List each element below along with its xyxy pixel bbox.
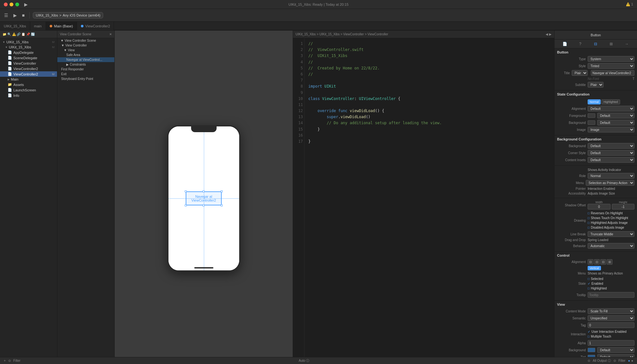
font-edit-icon[interactable]: T [633,77,634,81]
handle-br[interactable] [221,204,223,206]
view-bg-swatch[interactable] [588,348,595,352]
nav-item-viewcontroller[interactable]: 📄 ViewController [0,61,57,66]
align-fill-btn[interactable]: ⊞ [607,259,612,265]
run-button[interactable]: ▶ [12,12,18,19]
align-center-btn[interactable]: ⊟ [594,259,600,265]
scene-item-vc[interactable]: ▼ View Controller [57,43,114,48]
run-icon[interactable]: ▶ [24,2,28,7]
scene-item-safearea[interactable]: Safe Area [57,53,114,57]
view-section: View Content Mode Scale To Fill Semantic… [555,301,637,364]
corner-style-select[interactable]: Default [588,150,634,156]
handle-tc[interactable] [203,190,204,192]
nav-item-vc2[interactable]: 📄 ViewController2 [0,66,57,71]
scene-nav-close-icon[interactable]: ✕ [109,32,112,36]
behavior-select[interactable]: Automatic [588,243,634,249]
filter-status-icon[interactable]: ⊙ [8,359,11,362]
nav-item-group[interactable]: ▼ UIKit_15_Xibs M [0,45,57,50]
navegar-button[interactable]: Navegar al ViewController2 [186,191,222,205]
nav-item-main[interactable]: ▶ Main [0,77,57,82]
attributes-inspector-icon[interactable]: ⊟ [592,40,599,47]
status-icon-1[interactable]: ● [628,359,630,362]
alignment-select[interactable]: Default [588,106,634,111]
nav-item-label: UIKit_15_Xibs [6,40,29,44]
scheme-selector[interactable]: UIKit_15_Xibs > Any iOS Device (arm64) [33,12,103,18]
minimize-button[interactable] [10,3,13,6]
vertical-buttons: Vertical [588,266,634,270]
alpha-input[interactable] [588,340,634,346]
content-insets-select[interactable]: Default [588,157,634,163]
nav-item-launchscreen[interactable]: 📄 LaunchScreen [0,87,57,93]
nav-item-info[interactable]: 📄 Info [0,93,57,98]
title-text-input[interactable] [591,70,634,76]
role-select[interactable]: Normal [588,173,634,179]
tag-input[interactable] [588,322,634,328]
file-inspector-icon[interactable]: 📄 [561,40,568,47]
type-select[interactable]: System [588,56,634,62]
nav-arrows[interactable]: ◀ ▶ [546,32,552,36]
tab-main[interactable]: main [30,22,46,30]
handle-bl[interactable] [185,204,187,206]
state-highlighted-btn[interactable]: Highlighted [601,99,620,104]
scene-item-navegar[interactable]: Navegar al ViewControl... [57,57,114,62]
drawing-row: Drawing □ Reverses On Highlight □ Shows … [557,210,634,231]
title-row: Title Plain [557,69,634,76]
maximize-button[interactable] [15,3,19,6]
shadow-height-input[interactable] [612,204,635,210]
shadow-offset-label: Shadow Offset [557,203,586,207]
title-format-select[interactable]: Plain [572,70,588,76]
foreground-select[interactable]: Default [597,113,634,118]
size-inspector-icon[interactable]: ⊞ [608,40,615,47]
stop-button[interactable]: ■ [20,12,26,19]
help-inspector-icon[interactable]: ? [577,40,584,47]
handle-tr[interactable] [221,190,223,192]
background-color-select[interactable]: Default [597,120,634,125]
scene-item-constraints[interactable]: ▶ Constraints [57,62,114,67]
filter-right-status[interactable]: ⊙ [588,359,590,362]
nav-item-vc2-xib[interactable]: 📄 ViewController2 M [0,71,57,77]
connections-inspector-icon[interactable]: → [623,40,630,47]
bg-select[interactable]: Default [588,143,634,149]
style-select[interactable]: Tinted [588,63,634,69]
line-break-select[interactable]: Truncate Middle [588,231,634,237]
tab-viewcontroller2[interactable]: ViewController2 [77,22,114,30]
state-normal-btn[interactable]: Normal [588,99,601,104]
align-left-btn[interactable]: ⊟ [588,259,593,265]
nav-item-appdelegate[interactable]: 📄 AppDelegate [0,50,57,55]
shadow-width-input[interactable] [588,204,611,210]
filter-right2-status[interactable]: ⊙ [613,359,616,362]
font-row: No Font T [557,76,634,81]
highlighted-adjusts-row: □ Highlighted Adjusts Image [588,220,634,225]
button-wrapper[interactable]: Navegar al ViewController2 [186,191,222,205]
vertical-align-row: Vertical [557,265,634,271]
menu-select[interactable]: Selection as Primary Action [586,180,634,186]
close-button[interactable] [4,3,8,6]
nav-item-assets[interactable]: 📁 Assets [0,82,57,87]
content-mode-select[interactable]: Scale To Fill [588,308,634,314]
vertical-label-btn[interactable]: Vertical [588,266,601,270]
scene-item-firstresponder[interactable]: First Responder [57,67,114,72]
add-icon[interactable]: + [4,359,6,362]
handle-tl[interactable] [185,190,187,192]
status-icon-2[interactable]: ● [631,359,633,362]
nav-item-scenedelegate[interactable]: 📄 SceneDelegate [0,55,57,61]
foreground-swatch[interactable] [588,113,595,118]
view-title: View [557,303,634,306]
background-swatch[interactable] [588,120,595,125]
scene-item-exit[interactable]: Exit [57,72,114,76]
nav-item-project[interactable]: ▼ UIKit_15_Xibs M [0,39,57,45]
scene-item-view[interactable]: ▼ View [57,48,114,53]
subtitle-format-select[interactable]: Plain [588,82,604,88]
view-bg-select[interactable]: Default [597,347,634,353]
code-text[interactable]: // // ViewController.swift // UIKit_15_X… [304,38,554,364]
semantic-select[interactable]: Unspecified [588,315,634,321]
scene-item-storyboard-entry[interactable]: Storyboard Entry Point [57,76,114,81]
tab-uitoolkit[interactable]: UIKit_15_Xibs [0,22,30,30]
tab-main-base[interactable]: Main (Base) [46,22,77,30]
scene-item-vcs[interactable]: ▼ View Controller Scene [57,38,114,43]
image-select[interactable]: Image [588,127,634,132]
navigator-toggle-button[interactable]: ☰ [3,12,10,19]
align-right-btn[interactable]: ⊟ [600,259,606,265]
handle-bc[interactable] [203,204,204,206]
tooltip-input[interactable] [588,292,634,298]
shadow-offset-row: Shadow Offset Width Height [557,200,634,210]
